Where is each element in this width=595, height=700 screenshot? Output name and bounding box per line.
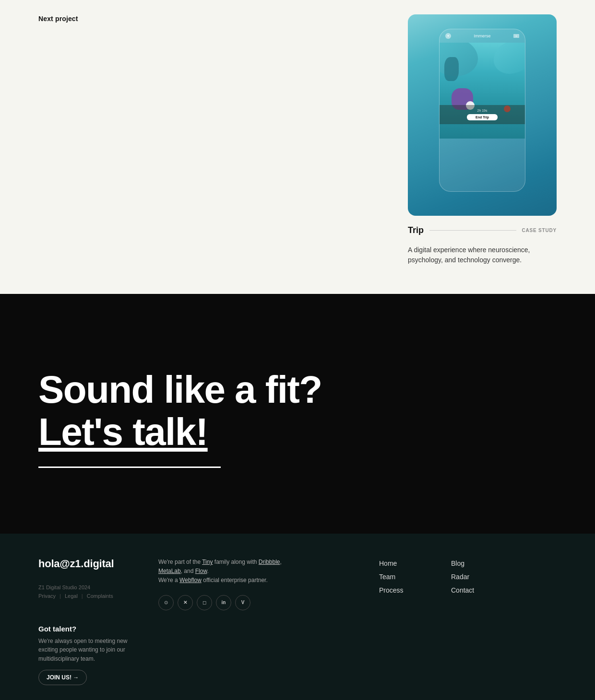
instagram-icon[interactable]: ◻ [197, 595, 212, 610]
right-column: ▼ Immerse ≡ 2h 19s End Trip [408, 14, 557, 265]
cta-heading-line1: Sound like a fit? [38, 370, 557, 410]
footer-nav-col1: Home Team Process [379, 558, 437, 610]
sep2: | [82, 593, 83, 599]
end-trip-button[interactable]: End Trip [467, 114, 498, 120]
dribbble-icon[interactable]: ⊙ [158, 595, 174, 610]
vimeo-icon[interactable]: V [235, 595, 250, 610]
project-image[interactable]: ▼ Immerse ≡ 2h 19s End Trip [408, 14, 557, 216]
footer-section: hola@z1.digital Z1 Digital Studio 2024 P… [0, 534, 595, 700]
nav-process[interactable]: Process [379, 586, 437, 594]
footer-contact-col: hola@z1.digital Z1 Digital Studio 2024 P… [38, 558, 144, 610]
nav-contact[interactable]: Contact [451, 586, 557, 594]
meta-divider [429, 230, 516, 231]
timer-display: 2h 19s [477, 109, 487, 112]
footer-partner-col: We're part of the Tiny family along with… [158, 558, 293, 610]
tiny-link[interactable]: Tiny [202, 559, 213, 565]
talent-desc: We're always open to meeting new excitin… [38, 637, 144, 664]
legal-link[interactable]: Legal [65, 593, 78, 599]
project-meta: Trip CASE STUDY [408, 225, 557, 235]
cta-underline-bar [38, 467, 221, 468]
top-section: Next project ▼ Immerse ≡ 2 [0, 0, 595, 294]
footer-partner-text: We're part of the Tiny family along with… [158, 558, 293, 585]
cta-section: Sound like a fit? Let's talk! [0, 294, 595, 534]
privacy-link[interactable]: Privacy [38, 593, 56, 599]
social-icons-row: ⊙ ✕ ◻ in V [158, 595, 293, 610]
footer-nav-col2: Blog Radar Contact [451, 558, 557, 610]
footer-talent-col: Got talent? We're always open to meeting… [38, 625, 144, 686]
project-description: A digital experience where neuroscience,… [408, 245, 557, 265]
nav-home[interactable]: Home [379, 560, 437, 567]
flow-link[interactable]: Flow [195, 568, 207, 574]
footer-email[interactable]: hola@z1.digital [38, 558, 144, 570]
footer-spacer [307, 558, 365, 610]
nav-blog[interactable]: Blog [451, 560, 557, 567]
dribbble-link[interactable]: Dribbble [259, 559, 280, 565]
project-name: Trip [408, 225, 424, 235]
linkedin-icon[interactable]: in [216, 595, 231, 610]
nav-team[interactable]: Team [379, 573, 437, 581]
footer-legal-links: Privacy | Legal | Complaints [38, 593, 144, 599]
footer-copyright: Z1 Digital Studio 2024 [38, 584, 144, 590]
case-study-tag: CASE STUDY [522, 228, 557, 233]
nav-radar[interactable]: Radar [451, 573, 557, 581]
next-project-label: Next project [38, 15, 78, 23]
phone-mockup: ▼ Immerse ≡ 2h 19s End Trip [439, 29, 525, 192]
complaints-link[interactable]: Complaints [87, 593, 113, 599]
talent-heading: Got talent? [38, 625, 144, 633]
footer-top: hola@z1.digital Z1 Digital Studio 2024 P… [38, 558, 557, 685]
phone-app-name: Immerse [451, 34, 513, 38]
webflow-link[interactable]: Webflow [179, 577, 202, 583]
metalab-link[interactable]: MetaLab [158, 568, 181, 574]
phone-top-bar: ▼ Immerse ≡ [440, 29, 525, 43]
left-column: Next project [38, 14, 389, 265]
cta-heading-line2[interactable]: Let's talk! [38, 412, 557, 452]
join-us-button[interactable]: JOIN US! → [38, 670, 87, 685]
sep1: | [60, 593, 61, 599]
x-twitter-icon[interactable]: ✕ [178, 595, 193, 610]
